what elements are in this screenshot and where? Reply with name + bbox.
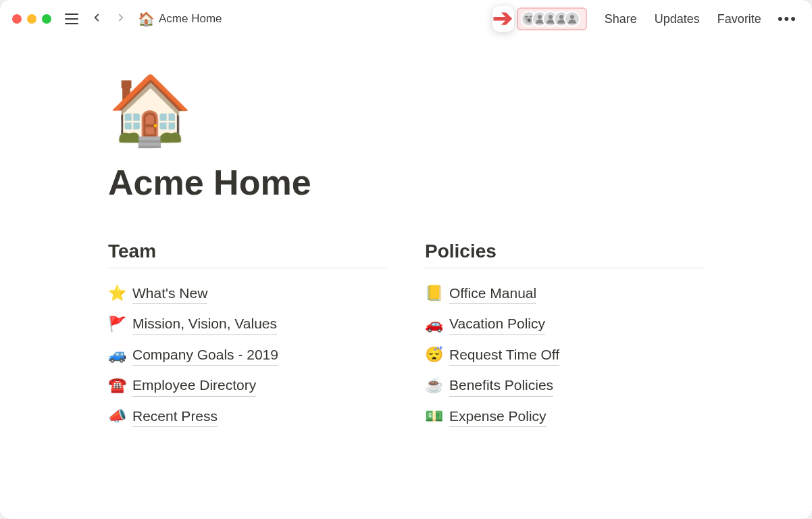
page-link[interactable]: 📣Recent Press bbox=[108, 406, 387, 427]
breadcrumb-icon: 🏠 bbox=[138, 11, 155, 27]
svg-point-3 bbox=[570, 15, 574, 19]
page-link-icon: 🚙 bbox=[108, 345, 126, 366]
favorite-button[interactable]: Favorite bbox=[711, 9, 768, 29]
page-title[interactable]: Acme Home bbox=[108, 162, 704, 203]
nav-back-button[interactable] bbox=[86, 9, 107, 29]
page-link-label: Expense Policy bbox=[449, 406, 547, 427]
column-heading-policies[interactable]: Policies bbox=[425, 241, 704, 268]
close-window-button[interactable] bbox=[12, 14, 22, 24]
presence-avatars[interactable]: 🐨 bbox=[517, 7, 587, 30]
page-link[interactable]: 😴Request Time Off bbox=[425, 345, 704, 366]
share-button[interactable]: Share bbox=[598, 9, 644, 29]
callout-arrow-icon: ➔ bbox=[492, 6, 514, 32]
page-link-icon: ⭐ bbox=[108, 283, 126, 304]
page-link[interactable]: 📒Office Manual bbox=[425, 283, 704, 304]
topbar: 🏠 Acme Home ➔ 🐨 Share Updates Favorite •… bbox=[0, 0, 812, 38]
page-link-label: Vacation Policy bbox=[449, 314, 545, 335]
more-horizontal-icon: ••• bbox=[778, 10, 797, 27]
page-link-label: Company Goals - 2019 bbox=[132, 345, 278, 366]
page-link-icon: 😴 bbox=[425, 345, 442, 366]
minimize-window-button[interactable] bbox=[27, 14, 36, 24]
page-link[interactable]: 🚩Mission, Vision, Values bbox=[108, 314, 387, 335]
page-link[interactable]: 🚙Company Goals - 2019 bbox=[108, 345, 387, 366]
page-link-icon: ☕ bbox=[425, 375, 442, 396]
svg-point-2 bbox=[559, 15, 563, 19]
page-link-icon: 💵 bbox=[425, 406, 442, 427]
updates-button[interactable]: Updates bbox=[648, 9, 707, 29]
page-link-label: Request Time Off bbox=[449, 345, 559, 366]
svg-point-1 bbox=[549, 15, 553, 19]
link-list-policies: 📒Office Manual🚗Vacation Policy😴Request T… bbox=[425, 283, 704, 427]
hamburger-icon bbox=[65, 14, 78, 24]
column-team: Team ⭐What's New🚩Mission, Vision, Values… bbox=[108, 241, 387, 427]
page-link[interactable]: ☕Benefits Policies bbox=[425, 375, 704, 396]
presence-callout: ➔ 🐨 bbox=[492, 6, 587, 32]
avatar-user-5 bbox=[564, 11, 580, 27]
zoom-window-button[interactable] bbox=[42, 14, 51, 24]
arrow-right-icon bbox=[115, 11, 127, 26]
page-link-label: Office Manual bbox=[449, 283, 536, 304]
link-list-team: ⭐What's New🚩Mission, Vision, Values🚙Comp… bbox=[108, 283, 387, 427]
page-link[interactable]: ☎️Employee Directory bbox=[108, 375, 387, 396]
breadcrumb-label: Acme Home bbox=[159, 12, 222, 26]
page-body: 🏠 Acme Home Team ⭐What's New🚩Mission, Vi… bbox=[0, 38, 812, 454]
window-controls bbox=[12, 14, 51, 24]
column-heading-team[interactable]: Team bbox=[108, 241, 387, 268]
page-link[interactable]: ⭐What's New bbox=[108, 283, 387, 304]
sidebar-toggle-button[interactable] bbox=[61, 11, 82, 27]
page-link-label: What's New bbox=[132, 283, 207, 304]
page-link-icon: ☎️ bbox=[108, 375, 126, 396]
page-link-icon: 🚩 bbox=[108, 314, 126, 335]
page-link-label: Recent Press bbox=[132, 406, 218, 427]
page-link-icon: 📣 bbox=[108, 406, 126, 427]
page-link-icon: 🚗 bbox=[425, 314, 442, 335]
more-menu-button[interactable]: ••• bbox=[772, 10, 800, 28]
page-link-icon: 📒 bbox=[425, 283, 442, 304]
columns: Team ⭐What's New🚩Mission, Vision, Values… bbox=[108, 241, 704, 427]
page-link[interactable]: 💵Expense Policy bbox=[425, 406, 704, 427]
page-link-label: Mission, Vision, Values bbox=[132, 314, 277, 335]
breadcrumb[interactable]: 🏠 Acme Home bbox=[138, 11, 222, 27]
arrow-left-icon bbox=[91, 11, 103, 26]
app-window: 🏠 Acme Home ➔ 🐨 Share Updates Favorite •… bbox=[0, 0, 812, 519]
page-icon[interactable]: 🏠 bbox=[108, 76, 193, 143]
page-link-label: Benefits Policies bbox=[449, 375, 553, 396]
page-link-label: Employee Directory bbox=[132, 375, 256, 396]
column-policies: Policies 📒Office Manual🚗Vacation Policy😴… bbox=[425, 241, 704, 427]
nav-forward-button[interactable] bbox=[111, 9, 131, 29]
svg-point-0 bbox=[538, 15, 542, 19]
page-link[interactable]: 🚗Vacation Policy bbox=[425, 314, 704, 335]
